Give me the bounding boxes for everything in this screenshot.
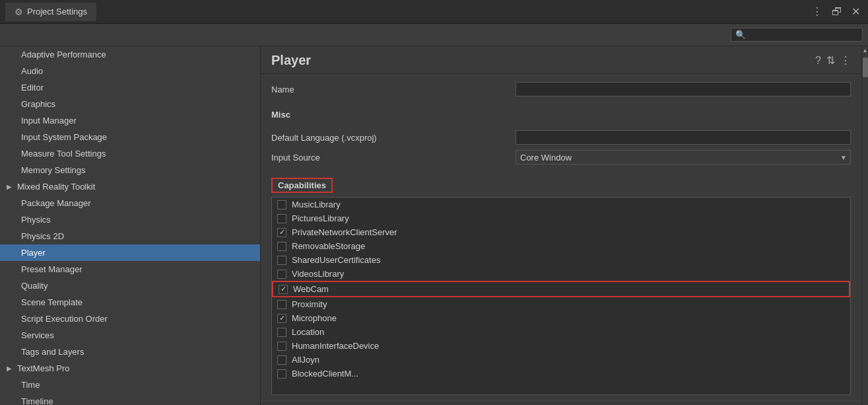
scroll-up-arrow[interactable]: ▲ — [862, 46, 868, 55]
sidebar-item-label: Measure Tool Settings — [21, 149, 106, 159]
more-icon[interactable]: ⋮ — [840, 54, 851, 67]
capability-item-proximity[interactable]: Proximity — [272, 297, 850, 311]
capability-item-location[interactable]: Location — [272, 325, 850, 339]
capability-checkbox[interactable] — [277, 355, 286, 365]
input-source-select-wrapper: Core Window Independent Input Source Mou… — [516, 150, 851, 165]
input-source-row: Input Source Core Window Independent Inp… — [271, 147, 851, 167]
sidebar-item-textmesh-pro[interactable]: ▶TextMesh Pro — [0, 360, 260, 377]
sidebar-item-time[interactable]: Time — [0, 377, 260, 393]
capability-item-musiclibrary[interactable]: MusicLibrary — [272, 198, 850, 211]
capability-item-webcam[interactable]: WebCam — [272, 281, 850, 297]
sidebar-item-input-manager[interactable]: Input Manager — [0, 112, 260, 129]
capability-checkbox[interactable] — [277, 270, 286, 279]
capability-checkbox[interactable] — [277, 200, 286, 209]
sidebar-item-mixed-reality-toolkit[interactable]: ▶Mixed Reality Toolkit — [0, 178, 260, 195]
sidebar-item-player[interactable]: Player — [0, 244, 260, 261]
capability-item-sharedusercertificates[interactable]: SharedUserCertificates — [272, 253, 850, 267]
main-layout: Adaptive PerformanceAudioEditorGraphicsI… — [0, 46, 868, 405]
capability-label: PrivateNetworkClientServer — [292, 227, 397, 237]
misc-heading: Misc — [261, 104, 861, 122]
capability-checkbox[interactable] — [279, 285, 288, 294]
sidebar-item-label: Memory Settings — [21, 165, 86, 175]
sidebar-item-tags-and-layers[interactable]: Tags and Layers — [0, 344, 260, 360]
sidebar-item-label: Script Execution Order — [21, 314, 108, 324]
search-bar: 🔍 — [0, 24, 868, 46]
sidebar-item-label: Input Manager — [21, 116, 77, 126]
adjust-icon[interactable]: ⇅ — [826, 54, 835, 67]
sidebar-item-script-execution-order[interactable]: Script Execution Order — [0, 311, 260, 327]
default-language-row: Default Language (.vcxproj) — [271, 128, 851, 147]
sidebar-item-editor[interactable]: Editor — [0, 79, 260, 96]
sidebar-item-label: Editor — [21, 83, 44, 92]
sidebar-item-graphics[interactable]: Graphics — [0, 96, 260, 112]
close-icon[interactable]: ✕ — [849, 4, 863, 19]
capability-checkbox[interactable] — [277, 342, 286, 351]
capability-checkbox[interactable] — [277, 214, 286, 223]
content-scrollbar[interactable]: ▲ — [861, 46, 868, 405]
help-icon[interactable]: ? — [815, 55, 821, 67]
sidebar-item-physics-2d[interactable]: Physics 2D — [0, 228, 260, 244]
sidebar-item-label: Graphics — [21, 99, 55, 109]
capability-checkbox[interactable] — [277, 328, 286, 337]
supported-device-families-label: Supported Device Families — [261, 400, 861, 405]
sidebar-item-package-manager[interactable]: Package Manager — [0, 195, 260, 211]
sidebar-item-services[interactable]: Services — [0, 327, 260, 344]
content-outer: Player ? ⇅ ⋮ Name Misc — [261, 46, 868, 405]
content-header-icons: ? ⇅ ⋮ — [815, 54, 851, 67]
sidebar-item-label: Input System Package — [21, 132, 107, 142]
window-title: Project Settings — [27, 7, 87, 17]
capability-item-blockedclientm...[interactable]: BlockedClientM... — [272, 367, 850, 381]
capability-item-removablestorage[interactable]: RemovableStorage — [272, 239, 850, 253]
sidebar-item-label: Physics — [21, 215, 51, 225]
sidebar-item-scene-template[interactable]: Scene Template — [0, 294, 260, 311]
sidebar-item-memory-settings[interactable]: Memory Settings — [0, 162, 260, 178]
capability-checkbox[interactable] — [277, 228, 286, 237]
scroll-thumb[interactable] — [863, 57, 868, 77]
sidebar-item-label: Preset Manager — [21, 264, 83, 274]
sidebar-item-input-system-package[interactable]: Input System Package — [0, 129, 260, 145]
misc-section: Default Language (.vcxproj) Input Source… — [261, 122, 861, 172]
capability-item-alljoyn[interactable]: AllJoyn — [272, 353, 850, 367]
title-bar-tab[interactable]: ⚙ Project Settings — [5, 3, 96, 21]
search-input[interactable] — [749, 30, 859, 40]
sidebar-item-adaptive-performance[interactable]: Adaptive Performance — [0, 46, 260, 63]
capability-item-humaninterfacedevice[interactable]: HumanInterfaceDevice — [272, 339, 850, 353]
name-section: Name — [261, 74, 861, 104]
capability-checkbox[interactable] — [277, 242, 286, 251]
gear-icon: ⚙ — [15, 7, 23, 17]
capability-item-microphone[interactable]: Microphone — [272, 311, 850, 325]
sidebar-item-physics[interactable]: Physics — [0, 211, 260, 228]
sidebar-item-label: Player — [21, 248, 46, 258]
capability-checkbox[interactable] — [277, 256, 286, 265]
sidebar-item-timeline[interactable]: Timeline — [0, 393, 260, 405]
input-source-select[interactable]: Core Window Independent Input Source Mou… — [516, 150, 851, 165]
title-bar-controls: ⋮ 🗗 ✕ — [809, 4, 863, 19]
default-language-input[interactable] — [516, 130, 851, 145]
capability-label: Microphone — [292, 313, 337, 323]
more-options-icon[interactable]: ⋮ — [809, 4, 825, 19]
capability-label: BlockedClientM... — [292, 369, 358, 379]
capability-item-pictureslibrary[interactable]: PicturesLibrary — [272, 211, 850, 225]
search-wrapper[interactable]: 🔍 — [731, 28, 863, 42]
name-input[interactable] — [516, 82, 851, 96]
capability-label: Proximity — [292, 299, 327, 309]
sidebar-item-label: Scene Template — [21, 297, 83, 307]
sidebar-item-label: Tags and Layers — [21, 347, 84, 357]
capability-item-privatenetworkclientserver[interactable]: PrivateNetworkClientServer — [272, 225, 850, 239]
capability-label: MusicLibrary — [292, 200, 341, 209]
capabilities-list[interactable]: MusicLibraryPicturesLibraryPrivateNetwor… — [271, 197, 851, 395]
sidebar-item-measure-tool-settings[interactable]: Measure Tool Settings — [0, 145, 260, 162]
capability-checkbox[interactable] — [277, 314, 286, 323]
default-language-label: Default Language (.vcxproj) — [271, 133, 516, 143]
capability-item-videoslibrary[interactable]: VideosLibrary — [272, 267, 850, 281]
name-row: Name — [271, 79, 851, 99]
capability-checkbox[interactable] — [277, 300, 286, 309]
capability-checkbox[interactable] — [277, 369, 286, 379]
sidebar-item-preset-manager[interactable]: Preset Manager — [0, 261, 260, 277]
sidebar-item-label: Physics 2D — [21, 231, 64, 241]
maximize-icon[interactable]: 🗗 — [829, 5, 845, 19]
sidebar-item-quality[interactable]: Quality — [0, 277, 260, 294]
sidebar-item-label: Mixed Reality Toolkit — [17, 182, 95, 192]
sidebar-item-audio[interactable]: Audio — [0, 63, 260, 79]
capabilities-section: Capabilities MusicLibraryPicturesLibrary… — [261, 172, 861, 400]
